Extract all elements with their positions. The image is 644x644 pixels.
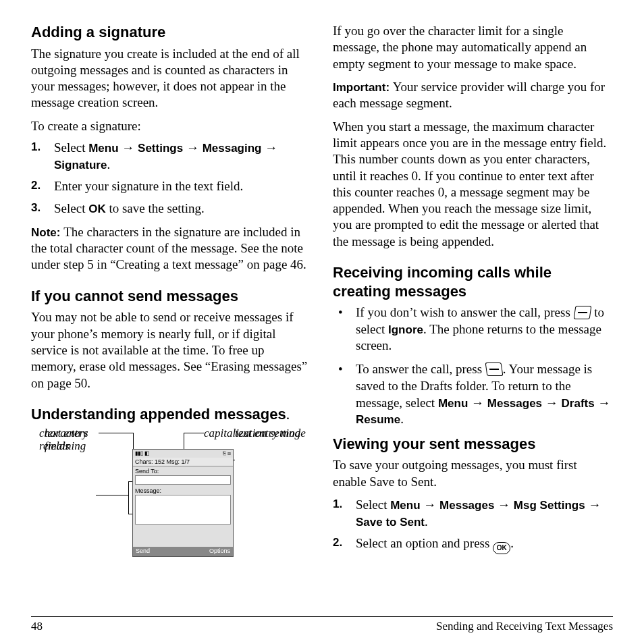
note-paragraph: Note: The characters in the signature ar…	[31, 224, 311, 273]
ignore-label: Ignore	[388, 323, 423, 336]
step-2: Select an option and press OK.	[333, 535, 613, 554]
arrow-icon: →	[494, 498, 514, 512]
paragraph-signature-intro: The signature you create is included at …	[31, 46, 311, 111]
heading-adding-signature: Adding a signature	[31, 23, 311, 42]
menu-path-menu: Menu	[88, 142, 118, 155]
menu-path-menu: Menu	[390, 499, 420, 512]
bullets-receiving-calls: If you don’t wish to answer the call, pr…	[333, 304, 613, 428]
softkey-options: Options	[209, 547, 230, 556]
step-text: to save the setting.	[106, 201, 205, 215]
phone-screen-mock: ▮▮▯ ◧ ⎘ ▥ Chars: 152 Msg: 1/7 Send To: M…	[132, 449, 234, 557]
step-3: Select OK to save the setting.	[31, 200, 311, 217]
menu-path-resume: Resume	[356, 413, 400, 426]
bullet-ignore-call: If you don’t wish to answer the call, pr…	[333, 304, 613, 354]
step-text: .	[510, 536, 514, 550]
paragraph-cannot-send: You may not be able to send or receive m…	[31, 309, 311, 392]
bullet-text: To answer the call, press	[356, 362, 485, 376]
paragraph-start-message: When you start a message, the maximum ch…	[333, 119, 613, 250]
arrow-icon: →	[585, 498, 601, 512]
callout-text-entry-mode: text entry mode	[235, 427, 306, 440]
right-column: If you go over the character limit for a…	[333, 23, 613, 610]
menu-path-settings: Settings	[138, 142, 183, 155]
signal-icon: ▮▮▯ ◧	[135, 450, 150, 457]
two-column-layout: Adding a signature The signature you cre…	[31, 23, 613, 610]
steps-create-signature: Select Menu → Settings → Messaging → Sig…	[31, 140, 311, 217]
arrow-icon: →	[262, 140, 278, 155]
arrow-icon: →	[183, 140, 203, 155]
note-label: Note:	[31, 226, 63, 239]
menu-path-signature: Signature	[54, 159, 107, 171]
menu-path-messages: Messages	[487, 397, 542, 410]
screen-status-icons: ▮▮▯ ◧ ⎘ ▥	[133, 450, 233, 458]
screen-sendto-label: Send To:	[133, 466, 233, 475]
right-softkey-icon	[573, 306, 591, 319]
paragraph-overlimit: If you go over the character limit for a…	[333, 23, 613, 72]
paragraph-create-signature: To create a signature:	[31, 118, 311, 134]
mode-icon: ⎘ ▥	[223, 450, 231, 457]
left-column: Adding a signature The signature you cre…	[31, 23, 311, 610]
step-text: Select	[54, 140, 88, 155]
bullet-text: If you don’t wish to answer the call, pr…	[356, 305, 574, 319]
menu-path-messages: Messages	[439, 499, 494, 512]
step-text: Select	[356, 498, 390, 512]
arrow-icon: →	[119, 140, 138, 155]
menu-path-messaging: Messaging	[203, 142, 262, 155]
note-body: The characters in the signature are incl…	[31, 225, 306, 272]
step-text: Select an option and press	[356, 536, 493, 550]
step-text: Select	[54, 201, 88, 215]
callout-text-entry-fields: text entry fields	[45, 427, 99, 452]
important-paragraph: Important: Your service provider will ch…	[333, 79, 613, 112]
step-1: Select Menu → Settings → Messaging → Sig…	[31, 140, 311, 173]
arrow-icon: →	[468, 396, 487, 410]
heading-viewing-sent: Viewing your sent messages	[333, 435, 613, 454]
page: Adding a signature The signature you cre…	[0, 0, 644, 644]
menu-path-menu: Menu	[438, 397, 468, 410]
ok-label: OK	[88, 203, 106, 215]
important-label: Important:	[333, 81, 393, 94]
menu-path-msg-settings: Msg Settings	[514, 499, 585, 512]
page-footer: 48 Sending and Receiving Text Messages	[31, 616, 613, 633]
ok-key-icon: OK	[493, 542, 510, 554]
paragraph-viewing-sent: To save your outgoing messages, you must…	[333, 457, 613, 490]
step-2: Enter your signature in the text field.	[31, 178, 311, 195]
screen-softkeys: Send Options	[133, 547, 233, 556]
arrow-icon: →	[542, 396, 562, 410]
arrow-icon: →	[595, 396, 611, 410]
heading-cannot-send: If you cannot send messages	[31, 287, 311, 306]
step-1: Select Menu → Messages → Msg Settings → …	[333, 497, 613, 530]
footer-title: Sending and Receiving Text Messages	[436, 620, 613, 633]
heading-receiving-calls: Receiving incoming calls while creating …	[333, 263, 613, 300]
arrow-icon: →	[421, 498, 440, 512]
screen-character-counter: Chars: 152 Msg: 1/7	[133, 458, 233, 466]
menu-path-drafts: Drafts	[562, 397, 595, 410]
softkey-send: Send	[136, 547, 150, 556]
heading-appended: Understanding appended messages.	[31, 405, 311, 424]
menu-path-save-to-sent: Save to Sent	[356, 516, 425, 529]
screen-sendto-field	[135, 475, 231, 485]
bullet-answer-call: To answer the call, press . Your message…	[333, 361, 613, 428]
steps-viewing-sent: Select Menu → Messages → Msg Settings → …	[333, 497, 613, 554]
screen-message-label: Message:	[133, 486, 233, 495]
page-number: 48	[31, 620, 43, 633]
screen-message-field	[135, 495, 231, 525]
left-softkey-icon	[485, 363, 503, 376]
phone-screen-diagram: characters remaining capitalization sett…	[31, 427, 311, 569]
